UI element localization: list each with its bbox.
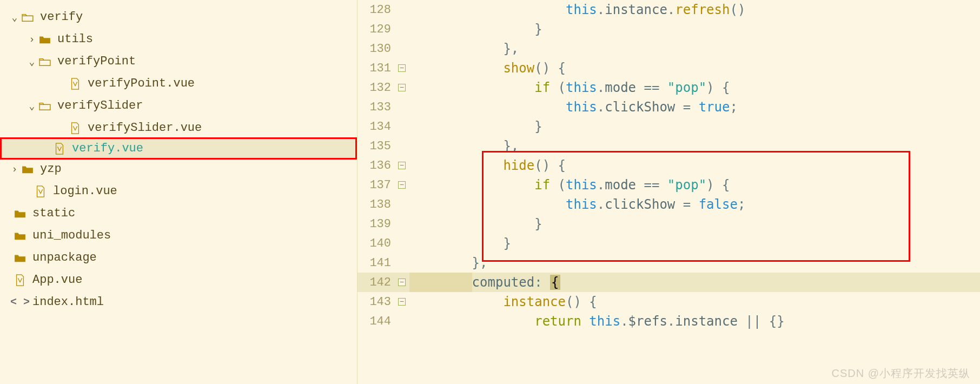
line-number: 131 xyxy=(357,62,394,75)
tree-item-label: utils xyxy=(57,32,93,46)
line-number: 137 xyxy=(357,178,394,192)
code-line[interactable]: 134 } xyxy=(357,117,980,136)
tree-item-label: static xyxy=(32,207,75,220)
code-content[interactable]: } xyxy=(409,214,980,234)
vue-file-icon xyxy=(68,78,82,90)
tree-item-verifypoint[interactable]: ⌄verifyPoint xyxy=(0,50,357,72)
tree-item-verifypoint-vue[interactable]: verifyPoint.vue xyxy=(0,72,357,95)
code-content[interactable]: this.clickShow = true; xyxy=(409,97,980,117)
fold-open-icon[interactable]: − xyxy=(394,62,409,75)
code-content[interactable]: if (this.mode == "pop") { xyxy=(409,175,980,195)
code-line[interactable]: 142− computed: { xyxy=(357,273,980,292)
line-number: 136 xyxy=(357,159,394,173)
tree-item-label: uni_modules xyxy=(32,229,111,242)
tree-item-verify-vue[interactable]: verify.vue xyxy=(0,137,357,160)
code-content[interactable]: if (this.mode == "pop") { xyxy=(409,78,980,97)
tree-item-verifyslider-vue[interactable]: verifySlider.vue xyxy=(0,117,357,139)
folder-closed-icon xyxy=(13,231,27,241)
tree-item-verifyslider[interactable]: ⌄verifySlider xyxy=(0,95,357,117)
code-line[interactable]: 137− if (this.mode == "pop") { xyxy=(357,175,980,195)
tree-item-label: App.vue xyxy=(32,273,82,287)
tree-item-main[interactable]: ›main xyxy=(0,0,357,6)
tree-item-static[interactable]: static xyxy=(0,202,357,224)
line-number: 134 xyxy=(357,120,394,134)
line-number: 138 xyxy=(357,198,394,211)
tree-item-index-html[interactable]: < >index.html xyxy=(0,291,357,313)
code-line[interactable]: 144 return this.$refs.instance || {} xyxy=(357,312,980,331)
code-editor[interactable]: 128 this.instance.refresh()129 }130 },13… xyxy=(357,0,980,384)
fold-open-icon[interactable]: − xyxy=(394,296,409,308)
tree-item-label: yzp xyxy=(40,162,62,176)
code-content[interactable]: }, xyxy=(409,39,980,58)
line-number: 139 xyxy=(357,217,394,231)
tree-item-label: verifyPoint.vue xyxy=(88,77,195,90)
code-content[interactable]: }, xyxy=(409,253,980,273)
code-line[interactable]: 139 } xyxy=(357,214,980,234)
code-line[interactable]: 136− hide() { xyxy=(357,156,980,175)
tree-item-unpackage[interactable]: unpackage xyxy=(0,247,357,269)
folder-closed-icon xyxy=(21,164,35,174)
chevron-down-icon[interactable]: ⌄ xyxy=(26,56,38,68)
tree-item-yzp[interactable]: ›yzp xyxy=(0,158,357,180)
line-number: 143 xyxy=(357,295,394,309)
tree-item-uni_modules[interactable]: uni_modules xyxy=(0,224,357,247)
chevron-down-icon[interactable]: ⌄ xyxy=(26,100,38,112)
vue-file-icon xyxy=(68,122,82,134)
code-content[interactable]: } xyxy=(409,117,980,136)
tree-item-label: verify.vue xyxy=(72,142,143,155)
fold-open-icon[interactable]: − xyxy=(394,179,409,191)
code-line[interactable]: 130 }, xyxy=(357,39,980,58)
code-line[interactable]: 143− instance() { xyxy=(357,292,980,312)
code-content[interactable]: return this.$refs.instance || {} xyxy=(409,312,980,331)
folder-closed-icon xyxy=(13,253,27,263)
code-content[interactable]: computed: { xyxy=(409,273,980,292)
vue-file-icon xyxy=(34,186,48,197)
tree-item-app-vue[interactable]: App.vue xyxy=(0,269,357,291)
code-line[interactable]: 141 }, xyxy=(357,253,980,273)
code-line[interactable]: 133 this.clickShow = true; xyxy=(357,97,980,117)
tree-item-label: verifySlider.vue xyxy=(88,121,202,135)
code-line[interactable]: 140 } xyxy=(357,234,980,253)
line-number: 140 xyxy=(357,237,394,250)
chevron-right-icon[interactable]: › xyxy=(9,164,21,175)
code-content[interactable]: this.instance.refresh() xyxy=(409,0,980,19)
code-line[interactable]: 132− if (this.mode == "pop") { xyxy=(357,78,980,97)
code-content[interactable]: show() { xyxy=(409,58,980,78)
line-number: 142 xyxy=(357,276,394,289)
tree-item-label: verifyPoint xyxy=(57,55,136,68)
code-content[interactable]: this.clickShow = false; xyxy=(409,195,980,214)
code-line[interactable]: 135 }, xyxy=(357,136,980,156)
line-number: 135 xyxy=(357,140,394,153)
tree-item-label: login.vue xyxy=(53,184,117,198)
code-content[interactable]: } xyxy=(409,19,980,39)
code-line[interactable]: 128 this.instance.refresh() xyxy=(357,0,980,19)
tree-item-label: unpackage xyxy=(32,251,97,264)
chevron-down-icon[interactable]: ⌄ xyxy=(9,11,21,23)
tree-item-label: verifySlider xyxy=(57,99,143,112)
line-number: 128 xyxy=(357,3,394,17)
fold-open-icon[interactable]: − xyxy=(394,160,409,172)
line-number: 133 xyxy=(357,101,394,114)
tree-item-label: verify xyxy=(40,10,83,24)
chevron-right-icon[interactable]: › xyxy=(22,0,34,1)
tree-item-utils[interactable]: ›utils xyxy=(0,28,357,50)
code-line[interactable]: 138 this.clickShow = false; xyxy=(357,195,980,214)
line-number: 141 xyxy=(357,256,394,270)
code-line[interactable]: 131− show() { xyxy=(357,58,980,78)
file-tree-sidebar[interactable]: ›main⌄verify›utils⌄verifyPointverifyPoin… xyxy=(0,0,357,384)
vue-file-icon xyxy=(13,274,27,286)
tree-item-login-vue[interactable]: login.vue xyxy=(0,180,357,202)
tree-item-label: index.html xyxy=(32,295,104,309)
folder-closed-icon xyxy=(38,35,52,44)
fold-open-icon[interactable]: − xyxy=(394,276,409,289)
code-content[interactable]: hide() { xyxy=(409,156,980,175)
code-line[interactable]: 129 } xyxy=(357,19,980,39)
chevron-right-icon[interactable]: › xyxy=(26,34,38,45)
folder-closed-icon xyxy=(13,209,27,219)
code-content[interactable]: }, xyxy=(409,136,980,156)
code-content[interactable]: instance() { xyxy=(409,292,980,312)
tree-item-label: main xyxy=(53,0,82,2)
tree-item-verify[interactable]: ⌄verify xyxy=(0,6,357,28)
fold-open-icon[interactable]: − xyxy=(394,82,409,94)
code-content[interactable]: } xyxy=(409,234,980,253)
